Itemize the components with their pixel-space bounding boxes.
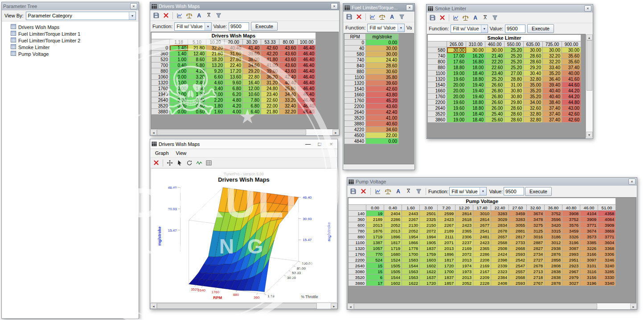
table-cell[interactable]: 3285: [598, 269, 616, 274]
trace-chart-button[interactable]: [451, 13, 460, 22]
table-cell[interactable]: 46.40: [298, 68, 316, 74]
row-header[interactable]: 840: [345, 63, 366, 69]
table-cell[interactable]: 25.20: [505, 53, 524, 59]
table-cell[interactable]: 1817: [384, 240, 402, 245]
table-cell[interactable]: 1905: [420, 240, 438, 245]
table-cell[interactable]: 3012: [545, 240, 562, 245]
table-cell[interactable]: 18.00: [466, 65, 485, 71]
compare-scales-button[interactable]: [461, 13, 470, 22]
table-cell[interactable]: 3.20: [188, 74, 206, 80]
table-cell[interactable]: 35.60: [562, 59, 581, 65]
table-cell[interactable]: 41.40: [243, 45, 261, 51]
table-cell[interactable]: 44.20: [562, 88, 581, 94]
table-cell[interactable]: 2228: [473, 280, 491, 286]
table-cell[interactable]: 1622: [420, 269, 438, 274]
row-header[interactable]: 1760: [428, 94, 447, 100]
fuel-limiter-table[interactable]: RPMmg/stroke00.004030.0058030.0074024.40…: [344, 33, 399, 144]
table-cell[interactable]: 39.60: [366, 80, 399, 86]
row-header[interactable]: 360: [152, 51, 170, 57]
table-cell[interactable]: 4.60: [206, 80, 225, 86]
table-cell[interactable]: 41.00: [366, 115, 399, 121]
table-cell[interactable]: 35.00: [524, 82, 543, 88]
table-cell[interactable]: 19.00: [447, 71, 466, 76]
wave-button[interactable]: [194, 158, 204, 167]
function-select[interactable]: Fill w/ Value ▾: [367, 24, 404, 32]
table-cell[interactable]: 43.60: [366, 104, 399, 109]
table-cell[interactable]: 43.60: [279, 62, 298, 68]
table-cell[interactable]: 35.80: [279, 86, 298, 91]
table-cell[interactable]: 2547: [509, 263, 527, 269]
column-header[interactable]: 36.80: [545, 205, 562, 211]
table-cell[interactable]: 1720: [438, 263, 455, 269]
table-cell[interactable]: 2993: [562, 251, 580, 257]
table-cell[interactable]: 3752: [562, 216, 580, 222]
table-cell[interactable]: 18.40: [466, 117, 485, 123]
tree-item[interactable]: Pump Voltage: [4, 50, 139, 57]
table-cell[interactable]: 46.40: [298, 91, 316, 97]
table-cell[interactable]: 2979: [562, 274, 580, 280]
table-cell[interactable]: 46.40: [298, 51, 316, 57]
table-cell[interactable]: 3275: [527, 222, 545, 228]
minimize-button[interactable]: —: [303, 140, 313, 148]
column-header[interactable]: 3.00: [420, 205, 438, 211]
table-cell[interactable]: 2325: [420, 216, 438, 222]
table-cell[interactable]: 19.00: [447, 117, 466, 123]
table-cell[interactable]: 6.80: [225, 86, 243, 91]
compare-scales-button[interactable]: [377, 12, 387, 21]
table-cell[interactable]: 38.40: [543, 100, 562, 105]
table-cell[interactable]: 6.60: [206, 74, 225, 80]
menu-view[interactable]: View: [173, 150, 190, 156]
table-cell[interactable]: 17.00: [447, 53, 466, 59]
table-cell[interactable]: 2286: [384, 216, 402, 222]
table-cell[interactable]: 3459: [509, 211, 527, 216]
table-cell[interactable]: 2424: [491, 251, 509, 257]
execute-button[interactable]: Execute: [527, 24, 554, 33]
table-cell[interactable]: 22.00: [261, 103, 279, 109]
table-cell[interactable]: 21.80: [206, 51, 225, 57]
scroll-right-icon[interactable]: ►: [331, 303, 337, 309]
table-cell[interactable]: 30.00: [485, 47, 505, 53]
table-cell[interactable]: 35.60: [562, 53, 581, 59]
drivers-wish-table[interactable]: Drivers Wish Maps1.185.1010.2020.0030.20…: [151, 32, 316, 115]
table-cell[interactable]: 2938: [545, 245, 562, 251]
column-header[interactable]: 0.00: [366, 205, 384, 211]
table-cell[interactable]: 1057: [366, 245, 384, 251]
table-cell[interactable]: 2071: [438, 240, 455, 245]
table-cell[interactable]: 26.00: [485, 105, 505, 111]
table-cell[interactable]: 32.60: [524, 105, 543, 111]
column-header[interactable]: 12.20: [455, 205, 473, 211]
row-header[interactable]: 1320: [152, 80, 170, 86]
table-cell[interactable]: 3340: [598, 280, 616, 286]
column-header[interactable]: 32.60: [527, 205, 545, 211]
row-header[interactable]: 1760: [349, 251, 366, 257]
bold-a-button[interactable]: A: [194, 11, 204, 20]
table-cell[interactable]: 34.60: [366, 127, 399, 133]
table-cell[interactable]: 1954: [402, 234, 420, 240]
table-cell[interactable]: 37.40: [543, 117, 562, 123]
table-cell[interactable]: 10.60: [243, 91, 261, 97]
table-cell[interactable]: 20.00: [447, 94, 466, 100]
table-cell[interactable]: 3097: [580, 257, 598, 263]
table-cell[interactable]: 2599: [438, 211, 455, 216]
scrollbar-track[interactable]: [157, 129, 332, 135]
table-cell[interactable]: 1602: [420, 263, 438, 269]
table-cell[interactable]: 2508: [491, 245, 509, 251]
table-cell[interactable]: 2568: [491, 240, 509, 245]
row-header[interactable]: 3880: [152, 109, 170, 115]
delete-button[interactable]: [359, 187, 368, 196]
table-cell[interactable]: 1524: [384, 257, 402, 263]
function-select[interactable]: Fill w/ Value ▾: [451, 25, 488, 33]
row-header[interactable]: 140: [349, 211, 366, 216]
row-header[interactable]: 880: [152, 68, 170, 74]
table-cell[interactable]: 24.80: [261, 86, 279, 91]
table-cell[interactable]: 2365: [473, 245, 491, 251]
table-cell[interactable]: 2167: [473, 269, 491, 274]
table-cell[interactable]: 3186: [545, 234, 562, 240]
table-cell[interactable]: 2423: [438, 216, 455, 222]
close-button[interactable]: ×: [406, 4, 413, 11]
column-header[interactable]: 100.00: [298, 39, 316, 45]
table-cell[interactable]: 1720: [420, 280, 438, 286]
row-header[interactable]: 3860: [428, 117, 447, 123]
table-cell[interactable]: 3459: [562, 228, 580, 234]
table-cell[interactable]: 2838: [545, 269, 562, 274]
